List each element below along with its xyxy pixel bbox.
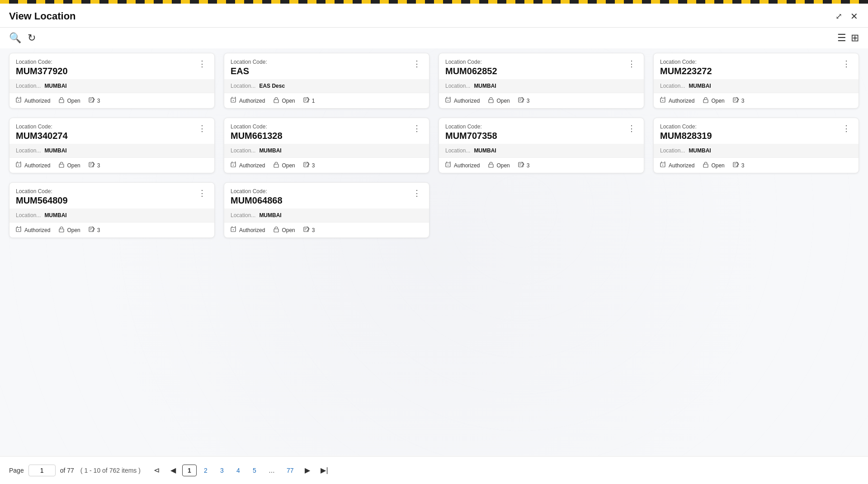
lock-item: Open xyxy=(273,161,295,169)
svg-point-37 xyxy=(233,229,234,230)
meta-location-label: Location... xyxy=(445,83,470,89)
authorized-icon xyxy=(445,97,452,104)
card-meta: Location... MUMBAI xyxy=(654,79,859,93)
lock-label: Open xyxy=(711,162,724,169)
card-footer: Authorized Open xyxy=(9,93,214,108)
toolbar-left: 🔍 ↻ xyxy=(9,32,36,44)
cards-grid: Location Code: MUM377920 ⋮ Location... M… xyxy=(9,53,859,238)
lock-icon xyxy=(703,97,709,104)
card-meta: Location... MUMBAI xyxy=(439,79,644,93)
meta-location-value: MUMBAI xyxy=(44,212,66,218)
meta-location-value: MUMBAI xyxy=(259,212,281,218)
grid-view-button[interactable]: ⊞ xyxy=(851,32,859,44)
meta-location-label: Location... xyxy=(16,147,41,154)
next-page-button[interactable]: ▶ xyxy=(300,464,315,477)
card-header: Location Code: EAS ⋮ xyxy=(224,53,429,79)
location-code-label: Location Code: xyxy=(16,59,68,65)
page-4-button[interactable]: 4 xyxy=(231,465,245,476)
svg-rect-3 xyxy=(89,98,94,102)
location-card-10: Location Code: MUM064868 ⋮ Location... M… xyxy=(224,182,429,238)
lock-item: Open xyxy=(58,161,80,169)
edit-icon xyxy=(89,97,95,104)
svg-rect-14 xyxy=(703,100,708,103)
location-code-value: MUM223272 xyxy=(660,66,712,76)
card-meta: Location... EAS Desc xyxy=(224,79,429,93)
location-code-label: Location Code: xyxy=(231,188,283,195)
location-card-3: Location Code: MUM062852 ⋮ Location... M… xyxy=(439,53,644,109)
edit-item: 3 xyxy=(89,97,100,104)
svg-rect-27 xyxy=(519,162,523,167)
first-page-button[interactable]: ⊲ xyxy=(150,464,164,477)
card-menu-button[interactable]: ⋮ xyxy=(197,123,208,133)
location-code-label: Location Code: xyxy=(660,123,712,130)
lock-label: Open xyxy=(711,98,724,104)
status-label: Authorized xyxy=(454,162,480,169)
status-item: Authorized xyxy=(231,161,265,169)
page-1-button[interactable]: 1 xyxy=(182,465,197,476)
refresh-icon: ↻ xyxy=(28,32,36,43)
card-header: Location Code: MUM340274 ⋮ xyxy=(9,118,214,144)
page-input[interactable] xyxy=(28,465,56,476)
edit-icon xyxy=(89,226,95,234)
prev-page-button[interactable]: ◀ xyxy=(166,464,180,477)
title-bar-actions: ⤢ ✕ xyxy=(835,10,859,23)
page-3-button[interactable]: 3 xyxy=(215,465,229,476)
location-code-value: MUM062852 xyxy=(445,66,497,76)
expand-button[interactable]: ⤢ xyxy=(835,10,843,22)
card-menu-button[interactable]: ⋮ xyxy=(412,59,423,69)
card-menu-button[interactable]: ⋮ xyxy=(412,188,423,198)
card-menu-button[interactable]: ⋮ xyxy=(627,59,637,69)
card-meta: Location... MUMBAI xyxy=(439,144,644,157)
location-code-label: Location Code: xyxy=(231,59,267,65)
status-label: Authorized xyxy=(669,98,694,104)
authorized-icon xyxy=(660,161,666,169)
page-77-button[interactable]: 77 xyxy=(282,465,299,476)
status-label: Authorized xyxy=(669,162,694,169)
svg-rect-10 xyxy=(489,100,493,103)
card-header: Location Code: MUM564809 ⋮ xyxy=(9,183,214,209)
meta-location-value: MUMBAI xyxy=(474,83,496,89)
svg-rect-31 xyxy=(733,162,738,167)
card-footer: Authorized Open xyxy=(654,157,859,173)
search-button[interactable]: 🔍 xyxy=(9,32,21,44)
lock-item: Open xyxy=(273,97,295,104)
lock-item: Open xyxy=(58,97,80,104)
card-header: Location Code: MUM707358 ⋮ xyxy=(439,118,644,144)
svg-point-9 xyxy=(448,100,448,101)
svg-point-1 xyxy=(18,100,19,101)
card-menu-button[interactable]: ⋮ xyxy=(412,123,423,133)
page-2-button[interactable]: 2 xyxy=(198,465,213,476)
card-menu-button[interactable]: ⋮ xyxy=(841,123,852,133)
card-menu-button[interactable]: ⋮ xyxy=(197,188,208,198)
location-card-2: Location Code: EAS ⋮ Location... EAS Des… xyxy=(224,53,429,109)
authorized-icon xyxy=(231,97,237,104)
location-card-1: Location Code: MUM377920 ⋮ Location... M… xyxy=(9,53,215,109)
page-title: View Location xyxy=(9,10,76,22)
meta-location-label: Location... xyxy=(660,83,685,89)
close-button[interactable]: ✕ xyxy=(849,10,859,23)
authorized-icon xyxy=(16,161,22,169)
card-menu-button[interactable]: ⋮ xyxy=(841,59,852,69)
edit-item: 1 xyxy=(303,97,315,104)
location-code-label: Location Code: xyxy=(660,59,712,65)
svg-rect-38 xyxy=(274,229,278,232)
card-footer: Authorized Open xyxy=(9,222,214,237)
page-5-button[interactable]: 5 xyxy=(247,465,262,476)
lock-icon xyxy=(703,161,709,169)
card-menu-button[interactable]: ⋮ xyxy=(197,59,208,69)
lock-item: Open xyxy=(703,161,724,169)
lock-icon xyxy=(273,161,279,169)
top-decoration-bar xyxy=(0,0,868,4)
lock-label: Open xyxy=(282,162,295,169)
toolbar-right: ☰ ⊞ xyxy=(837,32,859,44)
last-page-button[interactable]: ▶| xyxy=(316,464,332,477)
authorized-icon xyxy=(16,97,22,104)
card-menu-button[interactable]: ⋮ xyxy=(627,123,637,133)
authorized-icon xyxy=(445,161,452,169)
refresh-button[interactable]: ↻ xyxy=(28,32,36,44)
svg-point-5 xyxy=(233,100,234,101)
status-item: Authorized xyxy=(16,97,50,104)
meta-location-label: Location... xyxy=(16,212,41,218)
list-view-button[interactable]: ☰ xyxy=(837,32,846,44)
authorized-icon xyxy=(231,226,237,234)
